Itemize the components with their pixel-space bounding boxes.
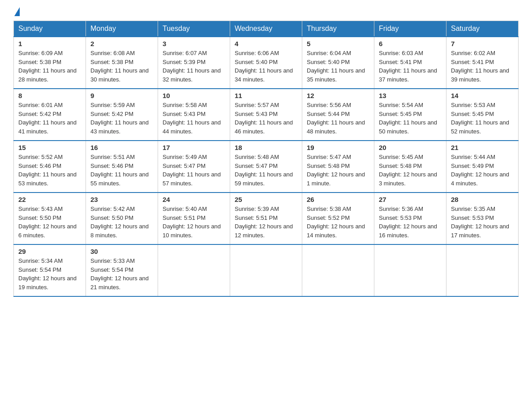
day-number: 21 xyxy=(451,144,514,151)
calendar-cell: 13Sunrise: 5:54 AMSunset: 5:45 PMDayligh… xyxy=(374,89,446,141)
day-info: Sunrise: 5:36 AMSunset: 5:53 PMDaylight:… xyxy=(379,205,442,240)
day-info: Sunrise: 5:43 AMSunset: 5:50 PMDaylight:… xyxy=(18,205,81,240)
day-info: Sunrise: 6:03 AMSunset: 5:41 PMDaylight:… xyxy=(379,49,442,84)
day-info: Sunrise: 6:01 AMSunset: 5:42 PMDaylight:… xyxy=(18,101,81,136)
day-number: 14 xyxy=(451,92,514,99)
day-info: Sunrise: 5:56 AMSunset: 5:44 PMDaylight:… xyxy=(307,101,369,136)
day-info: Sunrise: 5:38 AMSunset: 5:52 PMDaylight:… xyxy=(307,205,369,240)
day-info: Sunrise: 5:47 AMSunset: 5:48 PMDaylight:… xyxy=(307,153,369,188)
calendar-cell: 29Sunrise: 5:34 AMSunset: 5:54 PMDayligh… xyxy=(14,244,86,296)
calendar-cell: 16Sunrise: 5:51 AMSunset: 5:46 PMDayligh… xyxy=(86,141,158,193)
header-saturday: Saturday xyxy=(446,21,519,37)
day-number: 7 xyxy=(451,40,514,47)
calendar-cell: 7Sunrise: 6:02 AMSunset: 5:41 PMDaylight… xyxy=(446,37,519,89)
week-row-3: 15Sunrise: 5:52 AMSunset: 5:46 PMDayligh… xyxy=(14,141,519,193)
day-info: Sunrise: 5:59 AMSunset: 5:42 PMDaylight:… xyxy=(90,101,153,136)
calendar-cell: 30Sunrise: 5:33 AMSunset: 5:54 PMDayligh… xyxy=(86,244,158,296)
week-row-5: 29Sunrise: 5:34 AMSunset: 5:54 PMDayligh… xyxy=(14,244,519,296)
day-number: 30 xyxy=(90,248,153,255)
header-thursday: Thursday xyxy=(302,21,374,37)
week-row-1: 1Sunrise: 6:09 AMSunset: 5:38 PMDaylight… xyxy=(14,37,519,89)
day-info: Sunrise: 6:04 AMSunset: 5:40 PMDaylight:… xyxy=(307,49,369,84)
day-number: 26 xyxy=(307,196,369,203)
calendar-cell: 5Sunrise: 6:04 AMSunset: 5:40 PMDaylight… xyxy=(302,37,374,89)
calendar-cell: 8Sunrise: 6:01 AMSunset: 5:42 PMDaylight… xyxy=(14,89,86,141)
week-row-4: 22Sunrise: 5:43 AMSunset: 5:50 PMDayligh… xyxy=(14,193,519,244)
day-number: 19 xyxy=(307,144,369,151)
calendar-cell xyxy=(230,244,302,296)
day-number: 22 xyxy=(18,196,81,203)
calendar-cell xyxy=(302,244,374,296)
calendar-cell: 12Sunrise: 5:56 AMSunset: 5:44 PMDayligh… xyxy=(302,89,374,141)
calendar-cell: 27Sunrise: 5:36 AMSunset: 5:53 PMDayligh… xyxy=(374,193,446,244)
calendar-cell xyxy=(158,244,230,296)
day-number: 29 xyxy=(18,248,81,255)
week-row-2: 8Sunrise: 6:01 AMSunset: 5:42 PMDaylight… xyxy=(14,89,519,141)
day-info: Sunrise: 5:35 AMSunset: 5:53 PMDaylight:… xyxy=(451,205,514,240)
weekday-header-row: SundayMondayTuesdayWednesdayThursdayFrid… xyxy=(14,21,519,37)
day-number: 17 xyxy=(163,144,225,151)
day-info: Sunrise: 5:48 AMSunset: 5:47 PMDaylight:… xyxy=(235,153,297,188)
calendar-cell: 2Sunrise: 6:08 AMSunset: 5:38 PMDaylight… xyxy=(86,37,158,89)
day-info: Sunrise: 5:44 AMSunset: 5:49 PMDaylight:… xyxy=(451,153,514,188)
day-info: Sunrise: 6:08 AMSunset: 5:38 PMDaylight:… xyxy=(90,49,153,84)
calendar-cell: 4Sunrise: 6:06 AMSunset: 5:40 PMDaylight… xyxy=(230,37,302,89)
day-info: Sunrise: 6:07 AMSunset: 5:39 PMDaylight:… xyxy=(163,49,225,84)
day-info: Sunrise: 5:52 AMSunset: 5:46 PMDaylight:… xyxy=(18,153,81,188)
day-number: 12 xyxy=(307,92,369,99)
day-info: Sunrise: 5:49 AMSunset: 5:47 PMDaylight:… xyxy=(163,153,225,188)
day-number: 27 xyxy=(379,196,442,203)
day-number: 11 xyxy=(235,92,297,99)
day-number: 10 xyxy=(163,92,225,99)
day-info: Sunrise: 5:40 AMSunset: 5:51 PMDaylight:… xyxy=(163,205,225,240)
calendar-cell: 24Sunrise: 5:40 AMSunset: 5:51 PMDayligh… xyxy=(158,193,230,244)
logo xyxy=(13,9,20,16)
day-number: 5 xyxy=(307,40,369,47)
calendar-cell: 20Sunrise: 5:45 AMSunset: 5:48 PMDayligh… xyxy=(374,141,446,193)
day-number: 4 xyxy=(235,40,297,47)
calendar-cell: 19Sunrise: 5:47 AMSunset: 5:48 PMDayligh… xyxy=(302,141,374,193)
day-info: Sunrise: 6:02 AMSunset: 5:41 PMDaylight:… xyxy=(451,49,514,84)
header-sunday: Sunday xyxy=(14,21,86,37)
calendar-cell xyxy=(446,244,519,296)
day-info: Sunrise: 5:33 AMSunset: 5:54 PMDaylight:… xyxy=(90,257,153,291)
header-wednesday: Wednesday xyxy=(230,21,302,37)
day-info: Sunrise: 5:39 AMSunset: 5:51 PMDaylight:… xyxy=(235,205,297,240)
day-number: 13 xyxy=(379,92,442,99)
calendar-cell: 28Sunrise: 5:35 AMSunset: 5:53 PMDayligh… xyxy=(446,193,519,244)
day-number: 1 xyxy=(18,40,81,47)
calendar-cell: 21Sunrise: 5:44 AMSunset: 5:49 PMDayligh… xyxy=(446,141,519,193)
calendar-cell: 1Sunrise: 6:09 AMSunset: 5:38 PMDaylight… xyxy=(14,37,86,89)
day-number: 23 xyxy=(90,196,153,203)
header-monday: Monday xyxy=(86,21,158,37)
day-number: 2 xyxy=(90,40,153,47)
calendar-cell: 3Sunrise: 6:07 AMSunset: 5:39 PMDaylight… xyxy=(158,37,230,89)
calendar-cell xyxy=(374,244,446,296)
day-number: 15 xyxy=(18,144,81,151)
calendar-cell: 22Sunrise: 5:43 AMSunset: 5:50 PMDayligh… xyxy=(14,193,86,244)
day-info: Sunrise: 5:54 AMSunset: 5:45 PMDaylight:… xyxy=(379,101,442,136)
calendar-cell: 23Sunrise: 5:42 AMSunset: 5:50 PMDayligh… xyxy=(86,193,158,244)
calendar-cell: 6Sunrise: 6:03 AMSunset: 5:41 PMDaylight… xyxy=(374,37,446,89)
calendar-cell: 11Sunrise: 5:57 AMSunset: 5:43 PMDayligh… xyxy=(230,89,302,141)
day-number: 3 xyxy=(163,40,225,47)
page-header xyxy=(13,9,519,16)
day-number: 6 xyxy=(379,40,442,47)
day-number: 16 xyxy=(90,144,153,151)
calendar-cell: 18Sunrise: 5:48 AMSunset: 5:47 PMDayligh… xyxy=(230,141,302,193)
day-number: 8 xyxy=(18,92,81,99)
day-info: Sunrise: 5:58 AMSunset: 5:43 PMDaylight:… xyxy=(163,101,225,136)
day-number: 18 xyxy=(235,144,297,151)
calendar-cell: 10Sunrise: 5:58 AMSunset: 5:43 PMDayligh… xyxy=(158,89,230,141)
day-info: Sunrise: 5:57 AMSunset: 5:43 PMDaylight:… xyxy=(235,101,297,136)
day-number: 25 xyxy=(235,196,297,203)
day-info: Sunrise: 6:09 AMSunset: 5:38 PMDaylight:… xyxy=(18,49,81,84)
day-info: Sunrise: 5:51 AMSunset: 5:46 PMDaylight:… xyxy=(90,153,153,188)
calendar-table: SundayMondayTuesdayWednesdayThursdayFrid… xyxy=(13,21,519,297)
calendar-cell: 9Sunrise: 5:59 AMSunset: 5:42 PMDaylight… xyxy=(86,89,158,141)
header-tuesday: Tuesday xyxy=(158,21,230,37)
day-info: Sunrise: 5:45 AMSunset: 5:48 PMDaylight:… xyxy=(379,153,442,188)
calendar-cell: 14Sunrise: 5:53 AMSunset: 5:45 PMDayligh… xyxy=(446,89,519,141)
day-info: Sunrise: 5:34 AMSunset: 5:54 PMDaylight:… xyxy=(18,257,81,291)
day-number: 28 xyxy=(451,196,514,203)
